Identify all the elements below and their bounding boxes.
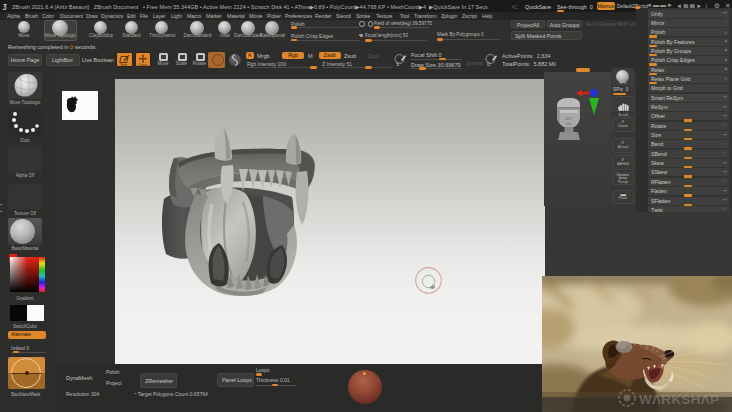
svg-text:Edit: Edit xyxy=(121,63,128,67)
svg-text:WΛRKSHΛP: WΛRKSHΛP xyxy=(639,392,719,407)
svg-text:Draw: Draw xyxy=(139,63,148,67)
svg-text:S: S xyxy=(396,62,399,67)
